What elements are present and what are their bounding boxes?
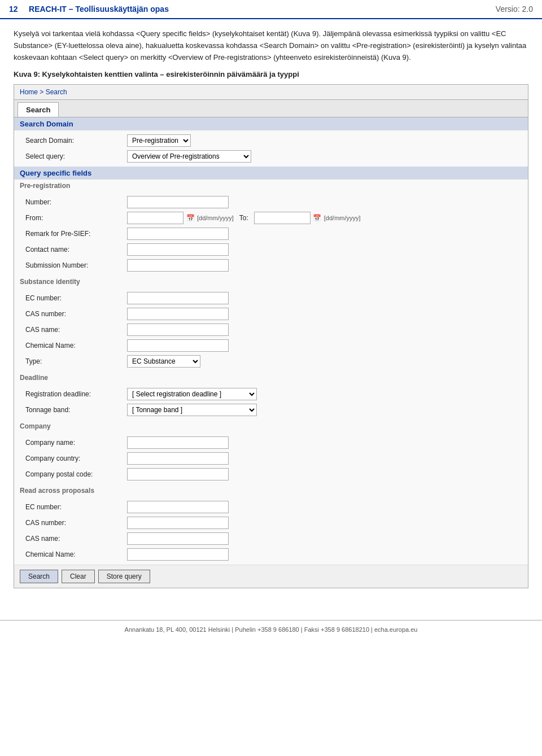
body-paragraph: Kyselyä voi tarkentaa vielä kohdassa <Qu…: [14, 28, 528, 63]
preregistration-section: Number: From: 📅 [dd/mm/yyyy] To: 📅 [dd/m…: [14, 192, 528, 276]
from-label: From:: [25, 214, 127, 222]
cas-number-label: CAS number:: [25, 310, 127, 318]
number-input[interactable]: [127, 196, 229, 208]
submission-label: Submission Number:: [25, 261, 127, 269]
type-label: Type:: [25, 357, 127, 365]
select-query-row: Select query: Overview of Pre-registrati…: [20, 148, 522, 164]
ra-ec-number-label: EC number:: [25, 503, 127, 511]
ra-chemical-name-label: Chemical Name:: [25, 550, 127, 558]
remark-row: Remark for Pre-SIEF:: [20, 226, 522, 242]
from-row: From: 📅 [dd/mm/yyyy] To: 📅 [dd/mm/yyyy]: [20, 210, 522, 226]
company-name-input[interactable]: [127, 436, 229, 449]
number-row: Number:: [20, 194, 522, 210]
remark-label: Remark for Pre-SIEF:: [25, 230, 127, 238]
contact-input[interactable]: [127, 243, 229, 256]
contact-label: Contact name:: [25, 246, 127, 254]
registration-deadline-label: Registration deadline:: [25, 390, 127, 398]
tab-search[interactable]: Search: [18, 102, 59, 117]
preregistration-subsection-header: Pre-registration: [14, 180, 528, 192]
search-button[interactable]: Search: [20, 570, 58, 583]
from-calendar-icon[interactable]: 📅: [186, 213, 195, 222]
ra-cas-number-label: CAS number:: [25, 519, 127, 527]
read-across-section: EC number: CAS number: CAS name: Chemica…: [14, 497, 528, 565]
version-label: Versio: 2.0: [496, 5, 533, 14]
remark-input[interactable]: [127, 228, 229, 240]
company-country-row: Company country:: [20, 451, 522, 466]
chemical-name-input[interactable]: [127, 339, 229, 352]
type-select[interactable]: EC Substance: [127, 355, 200, 368]
to-calendar-icon[interactable]: 📅: [313, 213, 322, 222]
company-country-label: Company country:: [25, 455, 127, 462]
registration-deadline-select[interactable]: [ Select registration deadline ]: [127, 388, 257, 400]
ra-chemical-name-row: Chemical Name:: [20, 547, 522, 562]
tonnage-band-row: Tonnage band: [ Tonnage band ]: [20, 402, 522, 418]
company-postal-input[interactable]: [127, 468, 229, 480]
ra-cas-number-input[interactable]: [127, 517, 229, 529]
ra-cas-number-row: CAS number:: [20, 515, 522, 531]
main-content: Kyselyä voi tarkentaa vielä kohdassa <Qu…: [0, 19, 542, 609]
query-specific-section-header: Query specific fields: [14, 167, 528, 180]
read-across-subsection-header: Read across proposals: [14, 484, 528, 497]
tonnage-band-select[interactable]: [ Tonnage band ]: [127, 404, 257, 416]
submission-input[interactable]: [127, 259, 229, 272]
page-header-title: 12 REACH-IT – Teollisuuskäyttäjän opas: [9, 5, 169, 14]
search-domain-section: Search Domain: Pre-registration Select q…: [14, 130, 528, 167]
cas-name-label: CAS name:: [25, 326, 127, 334]
substance-identity-section: EC number: CAS number: CAS name: Chemica…: [14, 288, 528, 372]
ra-chemical-name-input[interactable]: [127, 548, 229, 561]
company-subsection-header: Company: [14, 420, 528, 432]
store-query-button[interactable]: Store query: [98, 570, 150, 583]
company-name-label: Company name:: [25, 439, 127, 447]
select-query-control: Overview of Pre-registrations: [127, 150, 517, 163]
ra-cas-name-input[interactable]: [127, 532, 229, 545]
company-postal-row: Company postal code:: [20, 466, 522, 482]
search-form-panel: Home > Search Search Search Domain Searc…: [14, 84, 528, 588]
submission-row: Submission Number:: [20, 257, 522, 273]
ra-cas-name-label: CAS name:: [25, 535, 127, 543]
ra-ec-number-input[interactable]: [127, 501, 229, 513]
search-domain-select[interactable]: Pre-registration: [127, 134, 191, 147]
ra-ec-number-row: EC number:: [20, 499, 522, 515]
cas-name-row: CAS name:: [20, 322, 522, 338]
document-title: REACH-IT – Teollisuuskäyttäjän opas: [29, 5, 169, 14]
page-footer: Annankatu 18, PL 400, 00121 Helsinki | P…: [0, 620, 542, 639]
figure-caption: Kuva 9: Kyselykohtaisten kenttien valint…: [14, 70, 528, 78]
search-domain-section-header: Search Domain: [14, 117, 528, 130]
registration-deadline-row: Registration deadline: [ Select registra…: [20, 386, 522, 402]
page-header: 12 REACH-IT – Teollisuuskäyttäjän opas V…: [0, 0, 542, 19]
clear-button[interactable]: Clear: [62, 570, 95, 583]
from-date-group: 📅 [dd/mm/yyyy] To: 📅 [dd/mm/yyyy]: [127, 212, 361, 224]
ec-number-label: EC number:: [25, 294, 127, 302]
cas-number-row: CAS number:: [20, 306, 522, 322]
substance-identity-subsection-header: Substance identity: [14, 276, 528, 288]
ra-cas-name-row: CAS name:: [20, 531, 522, 547]
search-domain-control: Pre-registration: [127, 134, 517, 147]
search-domain-label: Search Domain:: [25, 137, 127, 145]
from-date-placeholder: [dd/mm/yyyy]: [197, 215, 234, 221]
company-postal-label: Company postal code:: [25, 470, 127, 478]
chemical-name-row: Chemical Name:: [20, 338, 522, 353]
footer-text: Annankatu 18, PL 400, 00121 Helsinki | P…: [125, 626, 418, 633]
to-date-input[interactable]: [254, 212, 311, 224]
contact-row: Contact name:: [20, 242, 522, 257]
tonnage-band-label: Tonnage band:: [25, 406, 127, 414]
deadline-section: Registration deadline: [ Select registra…: [14, 384, 528, 420]
cas-name-input[interactable]: [127, 324, 229, 336]
chemical-name-label: Chemical Name:: [25, 342, 127, 349]
company-section: Company name: Company country: Company p…: [14, 432, 528, 484]
cas-number-input[interactable]: [127, 308, 229, 320]
page-number: 12: [9, 5, 18, 14]
from-date-input[interactable]: [127, 212, 183, 224]
deadline-subsection-header: Deadline: [14, 372, 528, 384]
tab-row: Search: [14, 100, 528, 117]
select-query-label: Select query:: [25, 152, 127, 160]
ec-number-input[interactable]: [127, 292, 229, 304]
breadcrumb: Home > Search: [14, 85, 528, 100]
select-query-select[interactable]: Overview of Pre-registrations: [127, 150, 251, 163]
button-row: Search Clear Store query: [14, 565, 528, 588]
to-date-placeholder: [dd/mm/yyyy]: [324, 215, 361, 221]
type-row: Type: EC Substance: [20, 353, 522, 369]
company-name-row: Company name:: [20, 435, 522, 451]
company-country-input[interactable]: [127, 452, 229, 465]
to-label: To:: [239, 214, 248, 222]
